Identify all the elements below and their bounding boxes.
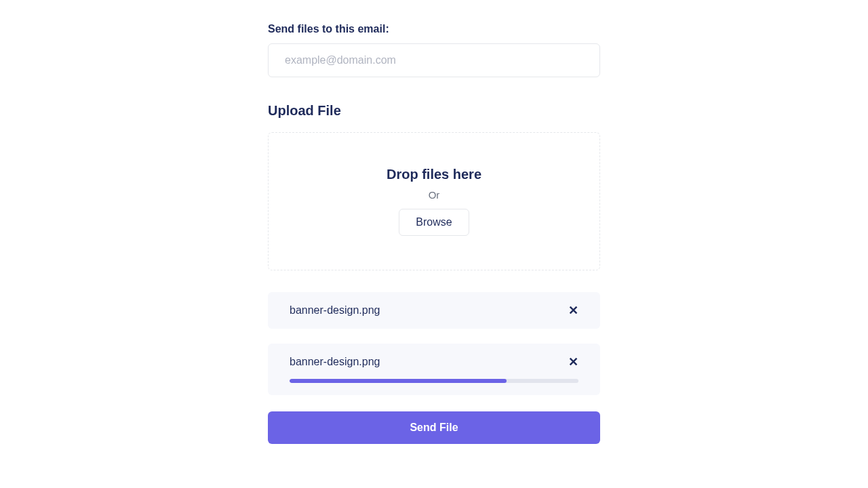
file-item: banner-design.png ✕ <box>268 344 600 395</box>
dropzone-or-text: Or <box>429 189 440 201</box>
send-button[interactable]: Send File <box>268 411 600 444</box>
upload-form: Send files to this email: Upload File Dr… <box>268 0 600 444</box>
email-label: Send files to this email: <box>268 23 600 35</box>
close-icon[interactable]: ✕ <box>568 356 578 368</box>
upload-section-title: Upload File <box>268 103 600 119</box>
file-name: banner-design.png <box>290 356 380 368</box>
dropzone-title: Drop files here <box>387 167 481 182</box>
upload-progress <box>290 379 578 383</box>
file-item: banner-design.png ✕ <box>268 292 600 329</box>
close-icon[interactable]: ✕ <box>568 304 578 317</box>
upload-progress-fill <box>290 379 507 383</box>
browse-button[interactable]: Browse <box>399 209 469 236</box>
email-field[interactable] <box>268 43 600 77</box>
file-name: banner-design.png <box>290 304 380 317</box>
file-dropzone[interactable]: Drop files here Or Browse <box>268 132 600 270</box>
